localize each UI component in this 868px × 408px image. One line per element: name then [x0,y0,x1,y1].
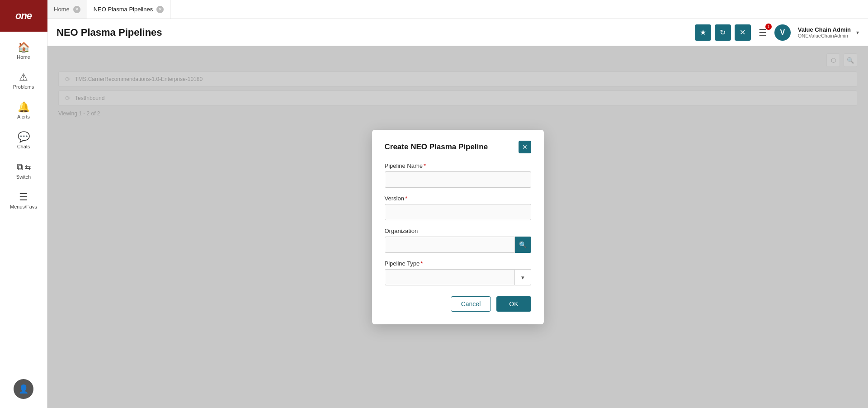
organization-input-group: 🔍 [385,237,531,253]
organization-search-icon: 🔍 [519,241,527,248]
user-info: Value Chain Admin ONEValueChainAdmin [798,26,851,38]
pipeline-type-required: * [420,260,423,267]
refresh-button[interactable]: ↻ [715,24,731,41]
user-name: Value Chain Admin [798,26,851,33]
modal-footer: Cancel OK [385,296,531,312]
modal-close-icon: ✕ [522,143,528,151]
sidebar-bottom: 👤 [14,379,33,408]
tab-neo-close[interactable]: ✕ [156,6,164,13]
pipeline-type-dropdown-button[interactable]: ▾ [515,269,531,285]
sidebar-label-home: Home [17,54,30,60]
sidebar-item-menus[interactable]: ☰ Menus/Favs [0,186,47,216]
logo-text: one [15,10,32,22]
tab-home-label: Home [54,6,70,13]
version-label: Version* [385,195,531,202]
header-actions: ★ ↻ ✕ ☰ 1 V Value Chain Admin ONEValueCh… [695,24,859,41]
problems-icon: ⚠ [19,72,28,82]
tab-neo-label: NEO Plasma Pipelines [94,6,153,13]
main-area: Home ✕ NEO Plasma Pipelines ✕ NEO Plasma… [47,0,868,408]
pipeline-type-group: Pipeline Type* ▾ [385,260,531,285]
pipeline-type-input[interactable] [385,269,515,285]
hamburger-menu-button[interactable]: ☰ 1 [755,24,771,41]
sidebar-item-switch[interactable]: ⧉ ⇆ Switch [0,156,47,186]
close-page-button[interactable]: ✕ [735,24,751,41]
create-pipeline-modal: Create NEO Plasma Pipeline ✕ Pipeline Na… [372,130,544,324]
sidebar-label-menus: Menus/Favs [10,204,37,209]
pipeline-type-label: Pipeline Type* [385,260,531,267]
page-title: NEO Plasma Pipelines [57,27,695,38]
pipeline-name-group: Pipeline Name* [385,162,531,188]
sidebar-nav: 🏠 Home ⚠ Problems 🔔 Alerts 💬 Chats ⧉ ⇆ S… [0,32,47,379]
tab-neo[interactable]: NEO Plasma Pipelines ✕ [87,0,171,19]
alerts-icon: 🔔 [18,102,30,112]
sidebar-item-chats[interactable]: 💬 Chats [0,126,47,156]
sidebar-item-alerts[interactable]: 🔔 Alerts [0,96,47,126]
user-role: ONEValueChainAdmin [798,33,851,38]
modal-close-button[interactable]: ✕ [519,141,531,153]
organization-search-button[interactable]: 🔍 [515,237,531,253]
ok-button[interactable]: OK [496,296,531,312]
version-group: Version* [385,195,531,220]
chats-icon: 💬 [18,132,30,142]
pipeline-name-label: Pipeline Name* [385,162,531,169]
pipeline-name-required: * [424,162,426,169]
tab-bar: Home ✕ NEO Plasma Pipelines ✕ [47,0,868,19]
sidebar-label-alerts: Alerts [17,114,30,119]
chevron-down-icon: ▾ [521,274,524,281]
organization-group: Organization 🔍 [385,228,531,253]
switch-icons: ⧉ ⇆ [17,162,31,172]
favorite-button[interactable]: ★ [695,24,711,41]
version-required: * [405,195,407,202]
user-avatar-header: V [774,24,791,41]
user-dropdown-button[interactable]: ▾ [856,29,859,36]
tab-home-close[interactable]: ✕ [73,6,80,13]
organization-input[interactable] [385,237,515,253]
home-icon: 🏠 [18,43,30,52]
user-initial: V [780,28,785,37]
app-logo[interactable]: one [0,0,47,32]
sidebar-item-problems[interactable]: ⚠ Problems [0,66,47,96]
pipeline-name-input[interactable] [385,171,531,188]
pipeline-type-select-group: ▾ [385,269,531,285]
sidebar-label-problems: Problems [13,84,34,90]
user-avatar-sidebar[interactable]: 👤 [14,379,33,399]
menus-icon: ☰ [19,192,28,202]
sidebar: one 🏠 Home ⚠ Problems 🔔 Alerts 💬 Chats ⧉… [0,0,47,408]
modal-overlay: Create NEO Plasma Pipeline ✕ Pipeline Na… [47,46,868,408]
version-input[interactable] [385,204,531,220]
cancel-button[interactable]: Cancel [451,296,491,312]
header: NEO Plasma Pipelines ★ ↻ ✕ ☰ 1 V Value C… [47,19,868,46]
sidebar-label-switch: Switch [16,174,31,180]
hamburger-icon: ☰ [759,27,767,38]
modal-header: Create NEO Plasma Pipeline ✕ [385,141,531,153]
modal-title: Create NEO Plasma Pipeline [385,142,488,152]
page-content: ⬡ 🔍 ⟳ TMS.CarrierRecommendations-1.0-Ent… [47,46,868,408]
notification-badge: 1 [765,24,772,30]
sidebar-label-chats: Chats [17,144,30,149]
sidebar-item-home[interactable]: 🏠 Home [0,36,47,66]
layers-icon: ⧉ [17,162,23,172]
organization-label: Organization [385,228,531,234]
switch-arrows-icon: ⇆ [25,163,31,171]
tab-home[interactable]: Home ✕ [47,0,87,19]
